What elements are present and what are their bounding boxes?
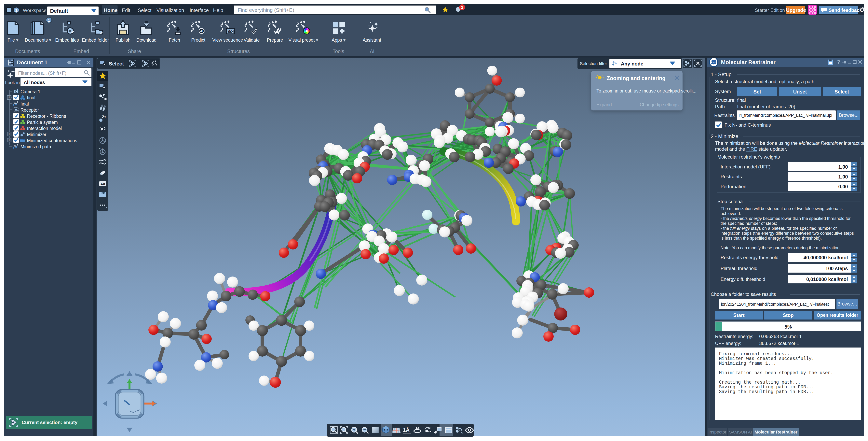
svg-text:SEQ: SEQ (228, 30, 234, 33)
svg-text:?: ? (837, 59, 840, 65)
svg-text:AI: AI (200, 29, 203, 33)
svg-text:1Å: 1Å (403, 427, 410, 433)
svg-text:Aa: Aa (100, 182, 105, 186)
svg-text:2+: 2+ (102, 115, 106, 119)
